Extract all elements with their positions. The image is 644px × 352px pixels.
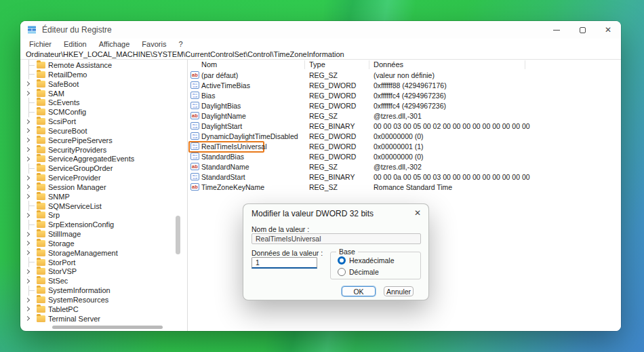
- folder-icon: [37, 250, 45, 256]
- chevron-right-icon[interactable]: [24, 296, 33, 305]
- value-data: 0xffffffc4 (4294967236): [374, 102, 446, 110]
- tree-item-tabletpc[interactable]: TabletPC: [20, 305, 187, 314]
- tree-item-stsec[interactable]: StSec: [20, 276, 187, 286]
- chevron-right-icon[interactable]: [24, 174, 33, 182]
- address-bar[interactable]: Ordinateur\HKEY_LOCAL_MACHINE\SYSTEM\Cur…: [20, 49, 621, 60]
- tree-item-sam[interactable]: SAM: [20, 89, 187, 98]
- value-row-standardbias[interactable]: 011110StandardBiasREG_DWORD0x00000000 (0…: [188, 152, 621, 162]
- chevron-glyph: [25, 213, 30, 218]
- value-row-daylightstart[interactable]: 011110DaylightStartREG_BINARY00 00 03 00…: [188, 121, 621, 132]
- reg-binary-icon: 011110: [190, 153, 199, 160]
- column-header-donnes[interactable]: Données: [374, 60, 403, 69]
- tree-item-remote-assistance[interactable]: Remote Assistance: [20, 60, 187, 70]
- maximize-button[interactable]: [569, 21, 595, 39]
- tree-item-stillimage[interactable]: StillImage: [20, 229, 187, 239]
- chevron-right-icon[interactable]: [24, 192, 33, 201]
- tree-item-systemresources[interactable]: SystemResources: [20, 295, 187, 305]
- chevron-right-icon[interactable]: [24, 117, 33, 126]
- tree-item-label: ServiceProvider: [48, 174, 101, 182]
- dialog-close-icon[interactable]: ✕: [414, 208, 421, 218]
- menu-item-favoris[interactable]: Favoris: [136, 40, 172, 48]
- menu-item-[interactable]: ?: [172, 40, 188, 48]
- tree-item-servicegrouporder[interactable]: ServiceGroupOrder: [20, 163, 187, 173]
- value-type: REG_BINARY: [309, 122, 355, 130]
- close-button[interactable]: ✕: [595, 21, 621, 39]
- base-group: Base Hexadécimale Décimale: [330, 252, 421, 279]
- tree-item-label: SafeBoot: [48, 80, 79, 88]
- chevron-right-icon[interactable]: [24, 239, 33, 248]
- titlebar[interactable]: Éditeur du Registre ✕: [20, 21, 621, 39]
- column-separator[interactable]: [304, 60, 305, 69]
- tree-item-label: SystemInformation: [48, 286, 110, 294]
- chevron-right-icon[interactable]: [24, 230, 33, 239]
- tree-item-snmp[interactable]: SNMP: [20, 192, 187, 201]
- value-row-realtimeisuniversal[interactable]: 011110RealTimeIsUniversalREG_DWORD0x0000…: [188, 142, 621, 152]
- tree-item-terminal-server[interactable]: Terminal Server: [20, 314, 187, 324]
- chevron-right-icon[interactable]: [24, 145, 33, 154]
- column-separator[interactable]: [369, 60, 369, 69]
- chevron-right-icon[interactable]: [24, 277, 33, 286]
- tree-item-storvsp[interactable]: StorVSP: [20, 267, 187, 276]
- chevron-right-icon[interactable]: [24, 314, 33, 323]
- chevron-right-icon[interactable]: [24, 126, 33, 135]
- value-row--par-d-faut-[interactable]: ab(par défaut)REG_SZ(valeur non définie): [188, 71, 621, 81]
- radio-unselected-icon: [338, 268, 346, 276]
- minimize-button[interactable]: [544, 21, 569, 39]
- tree-item-retaildemo[interactable]: RetailDemo: [20, 70, 187, 79]
- value-data-input[interactable]: [251, 257, 317, 269]
- value-row-bias[interactable]: 011110BiasREG_DWORD0xffffffc4 (429496723…: [188, 91, 621, 101]
- tree-item-serviceprovider[interactable]: ServiceProvider: [20, 173, 187, 182]
- menu-item-affichage[interactable]: Affichage: [93, 40, 136, 48]
- list-header: NomTypeDonnées: [188, 60, 621, 70]
- chevron-right-icon[interactable]: [24, 136, 33, 144]
- tree-item-session-manager[interactable]: Session Manager: [20, 182, 187, 192]
- value-row-timezonekeyname[interactable]: abTimeZoneKeyNameREG_SZRomance Standard …: [188, 182, 621, 193]
- value-row-activetimebias[interactable]: 011110ActiveTimeBiasREG_DWORD0xffffff88 …: [188, 81, 621, 91]
- tree-item-secureboot[interactable]: SecureBoot: [20, 126, 187, 136]
- value-type: REG_SZ: [309, 163, 338, 171]
- column-header-nom[interactable]: Nom: [201, 60, 217, 69]
- menu-item-edition[interactable]: Edition: [58, 40, 93, 48]
- value-row-daylightbias[interactable]: 011110DaylightBiasREG_DWORD0xffffffc4 (4…: [188, 101, 621, 111]
- chevron-right-icon[interactable]: [24, 305, 33, 313]
- tree-item-storport[interactable]: StorPort: [20, 258, 187, 267]
- tree-item-storage[interactable]: Storage: [20, 239, 187, 248]
- column-header-type[interactable]: Type: [309, 60, 325, 69]
- value-row-standardname[interactable]: abStandardNameREG_SZ@tzres.dll,-302: [188, 162, 621, 172]
- chevron-glyph: [25, 194, 30, 199]
- ok-button[interactable]: OK: [342, 286, 376, 296]
- tree-item-systeminformation[interactable]: SystemInformation: [20, 286, 187, 295]
- value-name: RealTimeIsUniversal: [201, 142, 266, 151]
- registry-app-icon: [27, 25, 37, 35]
- tree-item-srpextensionconfig[interactable]: SrpExtensionConfig: [20, 220, 187, 229]
- cancel-button[interactable]: Annuler: [384, 286, 414, 296]
- chevron-right-icon[interactable]: [24, 182, 33, 191]
- folder-icon: [37, 203, 45, 210]
- column-separator[interactable]: [525, 60, 525, 69]
- tree-item-scevents[interactable]: ScEvents: [20, 98, 187, 107]
- tree-item-safeboot[interactable]: SafeBoot: [20, 79, 187, 89]
- reg-string-icon: ab: [190, 112, 199, 119]
- tree-item-storagemanagement[interactable]: StorageManagement: [20, 248, 187, 258]
- menu-item-fichier[interactable]: Fichier: [23, 40, 58, 48]
- chevron-right-icon[interactable]: [24, 267, 33, 276]
- value-row-dynamicdaylighttimedisabled[interactable]: 011110DynamicDaylightTimeDisabledREG_DWO…: [188, 132, 621, 142]
- decimal-radio[interactable]: Décimale: [338, 268, 379, 276]
- tree-item-securityproviders[interactable]: SecurityProviders: [20, 145, 187, 155]
- tree-item-srp[interactable]: Srp: [20, 210, 187, 220]
- chevron-right-icon[interactable]: [24, 211, 33, 220]
- hexadecimal-radio[interactable]: Hexadécimale: [338, 256, 395, 265]
- chevron-right-icon[interactable]: [24, 89, 33, 98]
- tree-item-securepipeservers[interactable]: SecurePipeServers: [20, 136, 187, 145]
- tree-item-scsiport[interactable]: ScsiPort: [20, 117, 187, 126]
- tree-item-sqmservicelist[interactable]: SQMServiceList: [20, 201, 187, 211]
- chevron-right-icon[interactable]: [24, 248, 33, 257]
- value-row-standardstart[interactable]: 011110StandardStartREG_BINARY00 00 0a 00…: [188, 172, 621, 182]
- tree-vertical-scrollbar[interactable]: [176, 216, 180, 254]
- tree-horizontal-scrollbar[interactable]: [52, 326, 163, 329]
- tree-item-scmconfig[interactable]: SCMConfig: [20, 107, 187, 117]
- chevron-right-icon[interactable]: [24, 79, 33, 88]
- tree-item-serviceaggregatedevents[interactable]: ServiceAggregatedEvents: [20, 154, 187, 163]
- value-row-daylightname[interactable]: abDaylightNameREG_SZ@tzres.dll,-301: [188, 111, 621, 121]
- chevron-right-icon[interactable]: [24, 155, 33, 163]
